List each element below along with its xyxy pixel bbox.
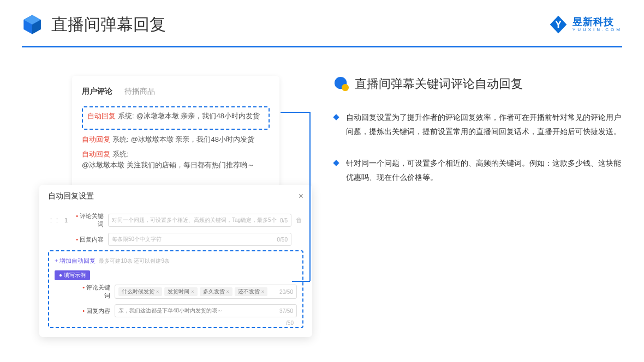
brand-name-en: YUUXIN.COM [573,28,622,33]
keyword-input[interactable]: 对同一个问题，可设置多个相近、高频的关键词，Tag确定，最多5个 0/5 [108,214,291,227]
example-content-label: •回复内容 [79,307,110,315]
tag-container: 什么时候发货×发货时间×多久发货×还不发货× [118,287,270,296]
char-count: 37/50 [279,308,293,314]
svg-text:Y: Y [555,19,562,30]
highlight-box-example: + 增加自动回复 最多可建10条 还可以创建9条 ● 填写示例 •评论关键词 什… [48,250,303,328]
example-text: 亲，我们这边都是下单48小时内发货的哦～ [118,307,223,315]
section-header: 直播间弹幕关键词评论自动回复 [334,76,622,92]
svg-point-2 [342,84,349,91]
connector-line [292,281,310,282]
char-count: 0/5 [280,218,288,224]
point-text: 自动回复设置为了提升作者的评论回复效率，作者可在开播前针对常见的评论用户问题，提… [346,111,622,139]
bullet-point: 自动回复设置为了提升作者的评论回复效率，作者可在开播前针对常见的评论用户问题，提… [334,111,622,139]
char-count: 20/50 [279,289,293,295]
input-placeholder: 对同一个问题，可设置多个相近、高频的关键词，Tag确定，最多5个 [112,216,277,224]
brand-name-cn: 昱新科技 [573,17,622,28]
keyword-tag[interactable]: 多久发货× [200,287,232,296]
modal-title: 自动回复设置 [48,191,94,201]
example-content-input[interactable]: 亲，我们这边都是下单48小时内发货的哦～ 37/50 [115,304,297,317]
delete-icon[interactable]: 🗑 [296,216,303,224]
example-badge: ● 填写示例 [55,270,90,280]
page-header: 直播间弹幕回复 Y 昱新科技 YUUXIN.COM [0,0,644,36]
example-row-content: •回复内容 亲，我们这边都是下单48小时内发货的哦～ 37/50 [55,304,297,317]
content-input[interactable]: 每条限50个中文字符 0/50 [108,233,291,246]
content-label: •回复内容 [72,236,104,244]
bubble-icon [334,76,349,92]
comment-row: 自动回复 系统: @冰墩墩本墩 关注我们的店铺，每日都有热门推荐哟～ [82,149,270,172]
autoreply-settings-modal: 自动回复设置 × ⋮⋮ 1 •评论关键词 对同一个问题，可设置多个相近、高频的关… [39,185,312,337]
system-tag: 系统: [112,149,129,160]
comment-tabs: 用户评论 待播商品 [82,87,270,96]
autoreply-tag: 自动回复 [82,134,110,146]
brand-logo: Y 昱新科技 YUUXIN.COM [548,15,622,34]
autoreply-tag: 自动回复 [82,149,110,160]
input-placeholder: 每条限50个中文字符 [112,236,162,243]
add-autoreply-link[interactable]: + 增加自动回复 最多可建10条 还可以创建9条 [55,257,297,265]
tab-pending-goods[interactable]: 待播商品 [124,87,155,96]
example-keyword-input[interactable]: 什么时候发货×发货时间×多久发货×还不发货× 20/50 [115,285,297,299]
keyword-label: •评论关键词 [72,212,104,228]
diamond-icon [333,160,339,166]
comment-text: @冰墩墩本墩 关注我们的店铺，每日都有热门推荐哟～ [82,160,254,171]
add-hint: 最多可建10条 还可以创建9条 [99,257,169,265]
highlight-box-comment: 自动回复 系统: @冰墩墩本墩 亲亲，我们48小时内发货 [82,106,270,130]
keyword-tag[interactable]: 还不发货× [235,287,267,296]
tab-user-comment[interactable]: 用户评论 [82,87,112,96]
row-drag-icon[interactable]: ⋮⋮ [48,217,60,224]
comment-row: 自动回复 系统: @冰墩墩本墩 亲亲，我们48小时内发货 [87,111,264,122]
description-area: 直播间弹幕关键词评论自动回复 自动回复设置为了提升作者的评论回复效率，作者可在开… [317,76,622,207]
modal-header: 自动回复设置 × [48,191,303,204]
connector-line [281,112,310,113]
form-row-keyword: ⋮⋮ 1 •评论关键词 对同一个问题，可设置多个相近、高频的关键词，Tag确定，… [48,212,303,228]
system-tag: 系统: [118,111,134,122]
system-tag: 系统: [112,134,129,146]
comment-text: @冰墩墩本墩 亲亲，我们48小时内发货 [136,111,260,122]
close-icon[interactable]: × [299,191,303,201]
comment-text: @冰墩墩本墩 亲亲，我们48小时内发货 [131,134,254,146]
section-title: 直播间弹幕关键词评论自动回复 [355,76,523,92]
comment-row: 自动回复 系统: @冰墩墩本墩 亲亲，我们48小时内发货 [82,134,270,146]
form-row-content: •回复内容 每条限50个中文字符 0/50 [48,233,303,246]
page-title: 直播间弹幕回复 [51,14,548,36]
connector-line [309,112,311,281]
brand-logo-icon: Y [548,15,568,34]
keyword-tag[interactable]: 什么时候发货× [118,287,162,296]
bullet-point: 针对同一个问题，可设置多个相近的、高频的关键词。例如：这款多少钱、这块能优惠吗、… [334,156,622,185]
diamond-icon [333,114,339,120]
outer-count: /50 [286,320,294,326]
point-text: 针对同一个问题，可设置多个相近的、高频的关键词。例如：这款多少钱、这块能优惠吗、… [346,156,622,185]
char-count: 0/50 [277,237,288,243]
keyword-tag[interactable]: 发货时间× [164,287,197,296]
example-row-keyword: •评论关键词 什么时候发货×发货时间×多久发货×还不发货× 20/50 [55,283,297,300]
autoreply-tag: 自动回复 [87,111,116,122]
example-keyword-label: •评论关键词 [79,283,110,300]
cube-icon [21,13,44,36]
screenshot-area: 用户评论 待播商品 自动回复 系统: @冰墩墩本墩 亲亲，我们48小时内发货 自… [22,76,317,207]
row-index: 1 [60,217,72,224]
